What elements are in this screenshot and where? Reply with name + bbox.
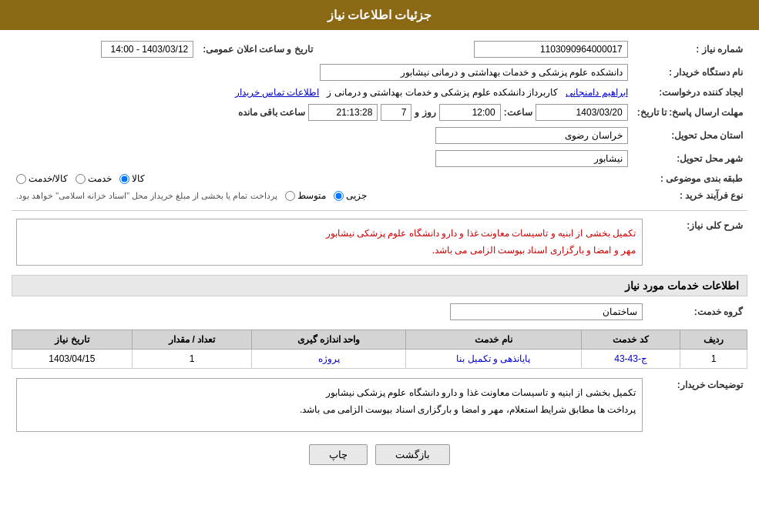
buyer-note-table: توضیحات خریدار: تکمیل بخشی از ابنیه و تا… [12, 375, 747, 435]
category-row: کالا/خدمت خدمت کالا [12, 170, 633, 187]
city-value: نیشابور [12, 147, 633, 170]
buyer-org-box: دانشکده علوم پزشکی و خدمات بهداشتی و درم… [320, 64, 628, 81]
buyer-note-cell: تکمیل بخشی از ابنیه و تاسیسات معاونت غذا… [12, 375, 647, 435]
category-kala-radio[interactable] [119, 174, 129, 184]
cell-unit: پروژه [252, 350, 405, 369]
back-button[interactable]: بازگشت [375, 444, 450, 465]
service-group-box: ساختمان [450, 303, 643, 320]
description-label: شرح کلی نیاز: [647, 216, 747, 269]
purchase-motavasset-label: متوسط [297, 190, 326, 201]
creator-label: ایجاد کننده درخواست: [633, 84, 747, 101]
print-button[interactable]: چاپ [309, 444, 368, 465]
contact-link[interactable]: اطلاعات تماس خریدار [235, 87, 320, 98]
purchase-jozii-label: جزیی [346, 190, 367, 201]
description-table: شرح کلی نیاز: تکمیل بخشی از ابنیه و تاسی… [12, 216, 747, 269]
province-box: خراسان رضوی [435, 127, 628, 144]
services-section-title: اطلاعات خدمات مورد نیاز [12, 275, 747, 296]
buyer-note-label: توضیحات خریدار: [647, 375, 747, 435]
purchase-motavasset-radio[interactable] [285, 191, 295, 201]
table-head: ردیف کد خدمت نام خدمت واحد اندازه گیری ت… [12, 330, 747, 350]
description-line2: مهر و امضا و بارگزاری اسناد بپوست الزامی… [23, 243, 636, 259]
service-group-value: ساختمان [12, 300, 647, 323]
buyer-org-value: دانشکده علوم پزشکی و خدمات بهداشتی و درم… [12, 61, 633, 84]
purchase-note: پرداخت تمام یا بخشی از مبلغ خریداز محل "… [16, 191, 277, 201]
deadline-remaining-label: ساعت باقی مانده [238, 107, 306, 118]
category-radio-group: کالا/خدمت خدمت کالا [16, 173, 628, 184]
col-service-name: نام خدمت [405, 330, 581, 350]
cell-service-name: پایانذهی و تکمیل بنا [405, 350, 581, 369]
province-value: خراسان رضوی [12, 124, 633, 147]
col-quantity: تعداد / مقدار [132, 330, 252, 350]
top-info-table: شماره نیاز : 1103090964000017 تاریخ و سا… [12, 38, 747, 204]
announce-datetime-value: 1403/03/12 - 14:00 [12, 38, 198, 61]
buyer-note-line2: پرداخت ها مطابق شرایط استعلام، مهر و امض… [23, 402, 636, 419]
deadline-days-box: 7 [381, 104, 411, 121]
description-line1: تکمیل بخشی از ابنیه و تاسیسات معاونت غذا… [23, 226, 636, 243]
creator-name[interactable]: ابراهیم دامنجانی [566, 87, 627, 98]
purchase-note-item: پرداخت تمام یا بخشی از مبلغ خریداز محل "… [16, 191, 277, 201]
purchase-radio-group: پرداخت تمام یا بخشی از مبلغ خریداز محل "… [16, 190, 628, 201]
table-header-row: ردیف کد خدمت نام خدمت واحد اندازه گیری ت… [12, 330, 747, 350]
deadline-time-label: ساعت: [504, 107, 532, 118]
table-body: 1 ج-43-43 پایانذهی و تکمیل بنا پروژه 1 1… [12, 350, 747, 369]
page-header: جزئیات اطلاعات نیاز [0, 0, 759, 30]
divider-1 [12, 210, 747, 211]
province-label: استان محل تحویل: [633, 124, 747, 147]
purchase-type-label: نوع فرآیند خرید : [633, 187, 747, 204]
category-khedmat-label: خدمت [88, 173, 112, 184]
col-service-code: کد خدمت [582, 330, 680, 350]
col-need-date: تاریخ نیاز [12, 330, 133, 350]
category-kala-khedmat-radio[interactable] [16, 174, 26, 184]
deadline-time-box: 12:00 [439, 104, 501, 121]
page-wrapper: جزئیات اطلاعات نیاز شماره نیاز : 1103090… [0, 0, 759, 532]
buyer-note-line1: تکمیل بخشی از ابنیه و تاسیسات معاونت غذا… [23, 385, 636, 402]
page-title: جزئیات اطلاعات نیاز [327, 8, 432, 22]
need-number-label: شماره نیاز : [633, 38, 747, 61]
creator-dept: کاربرداز دانشکده علوم پزشکی و خدمات بهدا… [327, 87, 558, 98]
cell-quantity: 1 [132, 350, 252, 369]
description-box: تکمیل بخشی از ابنیه و تاسیسات معاونت غذا… [16, 219, 643, 266]
cell-service-code: ج-43-43 [582, 350, 680, 369]
category-khedmat-radio[interactable] [76, 174, 86, 184]
category-kala-khedmat-label: کالا/خدمت [29, 173, 68, 184]
col-row-num: ردیف [680, 330, 747, 350]
city-box: نیشابور [435, 150, 628, 167]
service-group-table: گروه خدمت: ساختمان [12, 300, 747, 323]
category-kala-item: کالا [119, 173, 145, 184]
announce-datetime-box: 1403/03/12 - 14:00 [101, 41, 193, 58]
category-label: طبقه بندی موضوعی : [633, 170, 747, 187]
table-row: 1 ج-43-43 پایانذهی و تکمیل بنا پروژه 1 1… [12, 350, 747, 369]
need-number-box: 1103090964000017 [474, 41, 628, 58]
need-number-value: 1103090964000017 [333, 38, 633, 61]
purchase-type-row: پرداخت تمام یا بخشی از مبلغ خریداز محل "… [12, 187, 633, 204]
cell-need-date: 1403/04/15 [12, 350, 133, 369]
deadline-date-box: 1403/03/20 [536, 104, 628, 121]
cell-row-num: 1 [680, 350, 747, 369]
purchase-motavasset-item: متوسط [285, 190, 326, 201]
buyer-note-box: تکمیل بخشی از ابنیه و تاسیسات معاونت غذا… [16, 378, 643, 432]
button-row: بازگشت چاپ [12, 444, 747, 465]
col-unit: واحد اندازه گیری [252, 330, 405, 350]
purchase-jozii-radio[interactable] [334, 191, 344, 201]
announce-datetime-label: تاریخ و ساعت اعلان عمومی: [198, 38, 317, 61]
deadline-label: مهلت ارسال پاسخ: تا تاریخ: [633, 101, 747, 124]
purchase-jozii-item: جزیی [334, 190, 367, 201]
category-kala-khedmat-item: کالا/خدمت [16, 173, 68, 184]
description-cell: تکمیل بخشی از ابنیه و تاسیسات معاونت غذا… [12, 216, 647, 269]
category-khedmat-item: خدمت [76, 173, 112, 184]
category-kala-label: کالا [132, 173, 145, 184]
service-group-label: گروه خدمت: [647, 300, 747, 323]
content-area: شماره نیاز : 1103090964000017 تاریخ و سا… [0, 30, 759, 482]
deadline-flex: 1403/03/20 ساعت: 12:00 روز و 7 21:13:28 [16, 104, 628, 121]
deadline-remaining-box: 21:13:28 [308, 104, 378, 121]
city-label: شهر محل تحویل: [633, 147, 747, 170]
services-table: ردیف کد خدمت نام خدمت واحد اندازه گیری ت… [12, 330, 747, 369]
deadline-day-label: روز و [415, 107, 435, 118]
buyer-org-label: نام دستگاه خریدار : [633, 61, 747, 84]
creator-info: ابراهیم دامنجانی کاربرداز دانشکده علوم پ… [12, 84, 633, 101]
deadline-row: 1403/03/20 ساعت: 12:00 روز و 7 21:13:28 [12, 101, 633, 124]
